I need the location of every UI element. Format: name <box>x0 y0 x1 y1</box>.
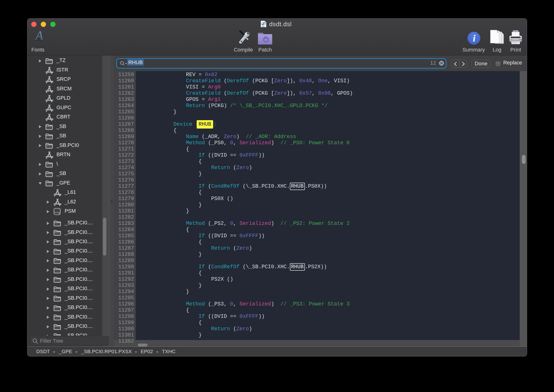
svg-text:DSL: DSL <box>262 26 265 27</box>
svg-text:A: A <box>35 29 43 41</box>
svg-text:i: i <box>473 33 475 44</box>
